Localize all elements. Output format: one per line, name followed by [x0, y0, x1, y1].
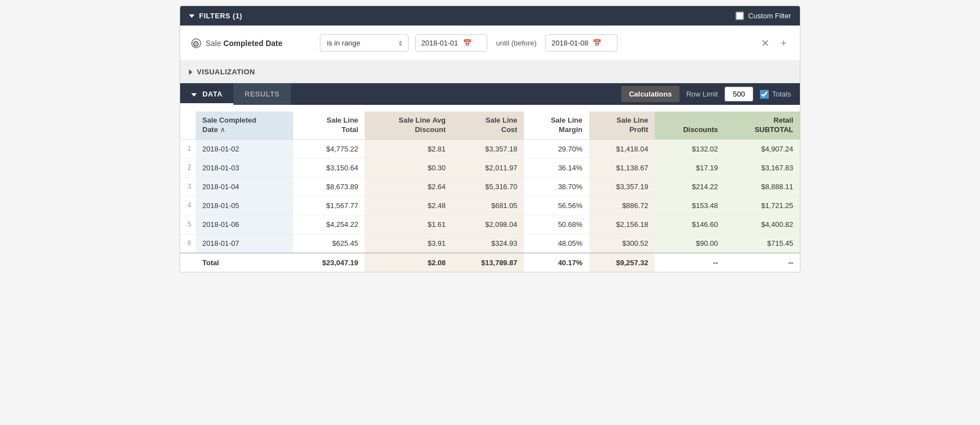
cell-line-total: $1,567.77 — [293, 196, 365, 215]
tabs-bar: DATA RESULTS Calculations Row Limit Tota… — [180, 83, 800, 105]
add-filter-button[interactable]: + — [778, 36, 789, 50]
total-discounts: -- — [655, 253, 724, 272]
totals-label-text: Totals — [772, 90, 791, 98]
col-header-date[interactable]: Sale CompletedDate ∧ — [196, 112, 293, 139]
cell-avg-discount: $2.81 — [365, 139, 452, 158]
cell-line-total: $3,150.64 — [293, 158, 365, 177]
row-number: 6 — [180, 234, 196, 253]
tab-data-label: DATA — [202, 90, 222, 98]
row-number: 1 — [180, 139, 196, 158]
visualization-chevron-icon — [189, 69, 192, 75]
cell-line-total: $625.45 — [293, 234, 365, 253]
remove-filter-button[interactable]: ✕ — [759, 36, 772, 50]
col-header-rownum — [180, 112, 196, 139]
custom-filter-label: Custom Filter — [748, 12, 791, 20]
cell-avg-discount: $1.61 — [365, 215, 452, 234]
cell-margin: 38.70% — [524, 177, 589, 196]
cell-margin: 56.56% — [524, 196, 589, 215]
calendar-from-icon: 📅 — [463, 39, 472, 47]
tab-results-label: RESULTS — [244, 90, 279, 98]
calculations-button[interactable]: Calculations — [621, 86, 680, 102]
total-row-empty — [180, 253, 196, 272]
total-profit: $9,257.32 — [589, 253, 655, 272]
totals-checkbox[interactable] — [760, 90, 769, 99]
tab-data[interactable]: DATA — [180, 83, 233, 105]
total-row: Total $23,047.19 $2.08 $13,789.87 40.17%… — [180, 253, 800, 272]
col-header-cost[interactable]: Sale LineCost — [452, 112, 524, 139]
cell-avg-discount: $2.48 — [365, 196, 452, 215]
row-limit-input[interactable] — [724, 87, 753, 102]
cell-date: 2018-01-02 — [196, 139, 293, 158]
cell-profit: $1,138.67 — [589, 158, 655, 177]
table-row: 2 2018-01-03 $3,150.64 $0.30 $2,011.97 3… — [180, 158, 800, 177]
table-header-row: Sale CompletedDate ∧ Sale LineTotal Sale… — [180, 112, 800, 139]
cell-margin: 48.05% — [524, 234, 589, 253]
cell-cost: $324.93 — [452, 234, 524, 253]
cell-discounts: $132.02 — [655, 139, 724, 158]
total-cost: $13,789.87 — [452, 253, 524, 272]
col-header-profit[interactable]: Sale LineProfit — [589, 112, 655, 139]
cell-profit: $3,357.19 — [589, 177, 655, 196]
gear-icon[interactable]: ⚙ — [191, 38, 201, 48]
cell-date: 2018-01-05 — [196, 196, 293, 215]
cell-retail-subtotal: $8,888.11 — [724, 177, 800, 196]
cell-date: 2018-01-07 — [196, 234, 293, 253]
operator-select[interactable]: is in range — [320, 34, 409, 52]
cell-date: 2018-01-03 — [196, 158, 293, 177]
cell-profit: $300.52 — [589, 234, 655, 253]
visualization-label: VISUALIZATION — [197, 68, 255, 76]
cell-avg-discount: $3.91 — [365, 234, 452, 253]
cell-profit: $886.72 — [589, 196, 655, 215]
col-header-discounts[interactable]: Discounts — [655, 112, 724, 139]
col-header-retail-subtotal[interactable]: RetailSUBTOTAL — [724, 112, 800, 139]
cell-avg-discount: $0.30 — [365, 158, 452, 177]
cell-retail-subtotal: $1,721.25 — [724, 196, 800, 215]
filter-field-label: Sale Completed Date — [206, 39, 283, 48]
total-line-total: $23,047.19 — [293, 253, 365, 272]
cell-discounts: $17.19 — [655, 158, 724, 177]
cell-cost: $681.05 — [452, 196, 524, 215]
col-header-avg-discount[interactable]: Sale Line AvgDiscount — [365, 112, 452, 139]
table-row: 6 2018-01-07 $625.45 $3.91 $324.93 48.05… — [180, 234, 800, 253]
cell-margin: 36.14% — [524, 158, 589, 177]
total-label: Total — [196, 253, 293, 272]
row-number: 3 — [180, 177, 196, 196]
filters-title-area[interactable]: FILTERS (1) — [189, 12, 242, 20]
cell-date: 2018-01-04 — [196, 177, 293, 196]
col-header-line-total[interactable]: Sale LineTotal — [293, 112, 365, 139]
date-to-input[interactable]: 2018-01-08 📅 — [545, 34, 617, 52]
filter-row: ⚙ Sale Completed Date is in range ⇕ 2018… — [180, 26, 800, 61]
row-number: 4 — [180, 196, 196, 215]
date-from-input[interactable]: 2018-01-01 📅 — [415, 34, 487, 52]
total-retail-subtotal: -- — [724, 253, 800, 272]
main-container: FILTERS (1) Custom Filter ⚙ Sale Complet… — [180, 6, 800, 272]
custom-filter-checkbox[interactable] — [736, 12, 744, 20]
filter-label: ⚙ Sale Completed Date — [191, 38, 313, 48]
col-header-margin[interactable]: Sale LineMargin — [524, 112, 589, 139]
filters-chevron-icon — [189, 14, 195, 18]
cell-cost: $2,098.04 — [452, 215, 524, 234]
totals-label[interactable]: Totals — [760, 90, 791, 99]
date-to-value: 2018-01-08 — [552, 39, 589, 47]
table-row: 5 2018-01-06 $4,254.22 $1.61 $2,098.04 5… — [180, 215, 800, 234]
cell-profit: $1,418.04 — [589, 139, 655, 158]
cell-line-total: $4,254.22 — [293, 215, 365, 234]
cell-discounts: $146.60 — [655, 215, 724, 234]
filters-header: FILTERS (1) Custom Filter — [180, 6, 800, 26]
row-number: 2 — [180, 158, 196, 177]
cell-margin: 50.68% — [524, 215, 589, 234]
tab-results[interactable]: RESULTS — [233, 83, 290, 105]
data-table-wrapper: Sale CompletedDate ∧ Sale LineTotal Sale… — [180, 105, 800, 272]
cell-profit: $2,156.18 — [589, 215, 655, 234]
cell-discounts: $214.22 — [655, 177, 724, 196]
cell-discounts: $153.48 — [655, 196, 724, 215]
filters-title: FILTERS (1) — [199, 12, 242, 20]
custom-filter-area: Custom Filter — [736, 12, 791, 20]
filter-actions: ✕ + — [759, 36, 789, 50]
calendar-to-icon: 📅 — [593, 39, 601, 47]
visualization-header[interactable]: VISUALIZATION — [180, 61, 800, 83]
cell-retail-subtotal: $715.45 — [724, 234, 800, 253]
cell-line-total: $4,775.22 — [293, 139, 365, 158]
operator-select-wrapper: is in range ⇕ — [320, 34, 409, 52]
cell-line-total: $8,673.89 — [293, 177, 365, 196]
